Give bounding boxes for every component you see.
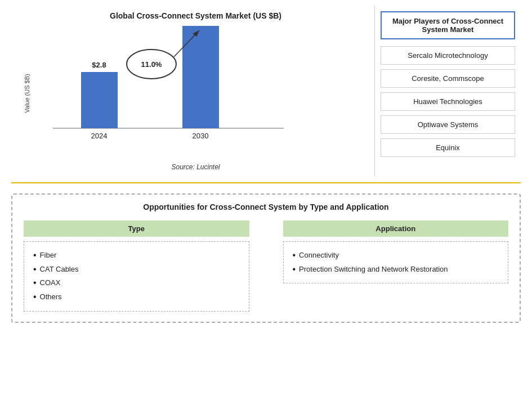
bar-2030 [182, 26, 219, 128]
chart-area: Global Cross-Connect System Market (US $… [11, 6, 374, 177]
source-label: Source: Lucintel [23, 163, 369, 171]
player-item-2: Huawei Technologies [381, 92, 515, 111]
type-item-2: • COAX [33, 276, 240, 290]
main-container: Global Cross-Connect System Market (US $… [0, 0, 532, 401]
top-section: Global Cross-Connect System Market (US $… [11, 6, 521, 183]
type-item-3: • Others [33, 290, 240, 304]
player-item-1: Coresite, Commscope [381, 69, 515, 88]
bullet-icon: • [293, 263, 296, 276]
player-item-4: Equinix [381, 138, 515, 157]
cagr-label: 11.0% [141, 60, 162, 69]
type-header: Type [24, 220, 249, 237]
opportunities-title: Opportunities for Cross-Connect System b… [24, 202, 508, 211]
app-header: Application [283, 220, 509, 237]
bullet-icon: • [33, 276, 37, 290]
bar-2024-label: 2024 [91, 132, 108, 140]
type-app-row: Type • Fiber • CAT Cables • COAX [24, 220, 508, 312]
bullet-icon: • [33, 290, 37, 304]
app-item-0: • Connectivity [293, 249, 499, 263]
bullet-icon: • [33, 263, 37, 276]
players-area: Major Players of Cross-Connect System Ma… [374, 6, 521, 177]
bullet-icon: • [293, 249, 296, 262]
app-column: Application • Connectivity • Protection … [283, 220, 509, 312]
chart-svg: $2.8 $5.3 2024 2030 11.0% [47, 26, 289, 144]
bar-2024-value: $2.8 [92, 61, 106, 69]
player-item-0: Sercalo Microtechnology [381, 46, 515, 65]
type-item-0: • Fiber [33, 249, 240, 263]
app-item-1: • Protection Switching and Network Resto… [293, 263, 499, 277]
bottom-section: Opportunities for Cross-Connect System b… [11, 193, 521, 323]
bar-2024 [81, 72, 118, 128]
players-title: Major Players of Cross-Connect System Ma… [381, 11, 515, 39]
app-items-box: • Connectivity • Protection Switching an… [283, 241, 509, 283]
bullet-icon: • [33, 249, 37, 262]
type-item-1: • CAT Cables [33, 263, 240, 277]
chart-title: Global Cross-Connect System Market (US $… [23, 11, 369, 20]
type-column: Type • Fiber • CAT Cables • COAX [24, 220, 249, 312]
bar-2030-label: 2030 [193, 132, 209, 140]
type-items-box: • Fiber • CAT Cables • COAX • Others [24, 241, 249, 312]
player-item-3: Optiwave Systems [381, 115, 515, 134]
y-axis-label: Value (US $B) [24, 74, 30, 113]
